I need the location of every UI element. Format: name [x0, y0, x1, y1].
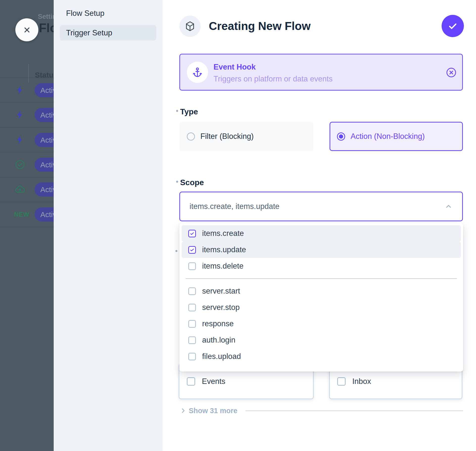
- status-badge: Active: [35, 108, 54, 122]
- scope-option-label: server.start: [202, 287, 240, 296]
- bolt-icon: [14, 84, 26, 96]
- scope-dropdown-menu: items.create items.update items.delete s…: [179, 223, 463, 372]
- nav-item-label: Trigger Setup: [66, 28, 112, 37]
- bolt-icon: [14, 109, 26, 121]
- table-row: Active: [0, 152, 54, 177]
- remove-trigger-button[interactable]: [445, 67, 457, 78]
- new-badge: NEW: [14, 211, 29, 218]
- scope-option-label: items.delete: [202, 262, 243, 271]
- type-field-label: Type: [180, 107, 198, 116]
- type-option-label: Filter (Blocking): [200, 132, 254, 141]
- show-more-divider: [245, 410, 463, 411]
- close-drawer-button[interactable]: [15, 18, 38, 41]
- anchor-icon: [192, 67, 203, 78]
- scope-selected-values: items.create, items.update: [190, 202, 444, 211]
- scope-option-response[interactable]: response: [182, 316, 461, 332]
- checkbox: [188, 353, 196, 360]
- remove-circle-icon: [446, 67, 457, 78]
- nav-item-flow-setup[interactable]: Flow Setup: [60, 5, 156, 21]
- scope-option-server-stop[interactable]: server.stop: [182, 299, 461, 316]
- checkbox: [188, 262, 196, 270]
- bolt-icon: [14, 134, 26, 146]
- status-badge: Active: [35, 83, 54, 97]
- show-more-label: Show 31 more: [189, 407, 238, 415]
- chevron-right-icon: [179, 407, 187, 414]
- cloud-upload-icon: [14, 183, 26, 195]
- radio-icon: [187, 132, 195, 141]
- table-row: NEW Active: [0, 202, 54, 227]
- selected-trigger-card[interactable]: Event Hook Triggers on platform or data …: [179, 54, 463, 91]
- panel-title: Creating New Flow: [209, 19, 310, 33]
- close-icon: [23, 25, 31, 34]
- scope-option-label: auth.login: [202, 336, 235, 345]
- type-option-label: Action (Non-Blocking): [351, 132, 425, 141]
- type-option-action[interactable]: Action (Non-Blocking): [330, 122, 463, 151]
- scope-option-label: items.create: [202, 229, 244, 238]
- checkbox: [188, 230, 196, 237]
- table-row: Active: [0, 127, 54, 152]
- checkbox: [187, 377, 195, 386]
- checkbox: [188, 304, 196, 311]
- table-row: Active: [0, 78, 54, 103]
- drawer-step-nav: Flow Setup Trigger Setup: [54, 0, 163, 451]
- table-row: Active: [0, 102, 54, 127]
- scope-option-label: files.upload: [202, 352, 241, 361]
- scope-option-auth-login[interactable]: auth.login: [182, 332, 461, 348]
- table-row: Active: [0, 177, 54, 202]
- trigger-description: Triggers on platform or data events: [214, 75, 333, 83]
- scope-select-input[interactable]: items.create, items.update: [179, 192, 463, 221]
- show-more-collections[interactable]: Show 31 more: [179, 405, 463, 416]
- status-badge: Active: [35, 207, 54, 222]
- flow-avatar: [179, 16, 201, 37]
- scope-field-label: Scope: [180, 178, 204, 187]
- radio-icon: [337, 132, 345, 141]
- chevron-up-icon[interactable]: [444, 202, 453, 211]
- status-badge: Active: [35, 158, 54, 172]
- trigger-icon-circle: [187, 62, 208, 83]
- creating-new-flow-panel: Creating New Flow Event Hook Triggers on…: [163, 0, 476, 451]
- type-option-filter[interactable]: Filter (Blocking): [179, 122, 313, 151]
- scope-option-server-start[interactable]: server.start: [182, 283, 461, 299]
- scope-option-items-create[interactable]: items.create: [182, 225, 461, 242]
- breadcrumb: Settings: [38, 13, 54, 21]
- checkbox: [188, 320, 196, 328]
- dimmed-background: Settings Flows Status Active Active Acti…: [0, 0, 54, 451]
- nav-item-label: Flow Setup: [66, 9, 104, 18]
- save-flow-button[interactable]: [442, 15, 464, 37]
- scope-option-label: items.update: [202, 245, 246, 254]
- dropdown-divider: [186, 278, 457, 279]
- trigger-name: Event Hook: [214, 63, 256, 72]
- check-circle-icon: [14, 159, 26, 171]
- status-badge: Active: [35, 133, 54, 147]
- checkbox: [188, 287, 196, 295]
- collection-option-label: Events: [202, 377, 225, 386]
- checkbox: [188, 336, 196, 344]
- collection-option-label: Inbox: [352, 377, 371, 386]
- scope-option-label: response: [202, 319, 234, 328]
- checkbox: [188, 246, 196, 254]
- cube-icon: [184, 21, 196, 32]
- scope-option-items-delete[interactable]: items.delete: [182, 258, 461, 274]
- collections-required-dot: [175, 250, 177, 252]
- nav-item-trigger-setup[interactable]: Trigger Setup: [60, 25, 156, 41]
- page-title: Flows: [39, 21, 54, 35]
- scope-option-label: server.stop: [202, 303, 240, 312]
- scope-option-files-upload[interactable]: files.upload: [182, 348, 461, 365]
- scope-option-items-update[interactable]: items.update: [182, 242, 461, 258]
- status-badge: Active: [35, 182, 54, 197]
- checkbox: [337, 377, 346, 386]
- check-icon: [447, 20, 458, 32]
